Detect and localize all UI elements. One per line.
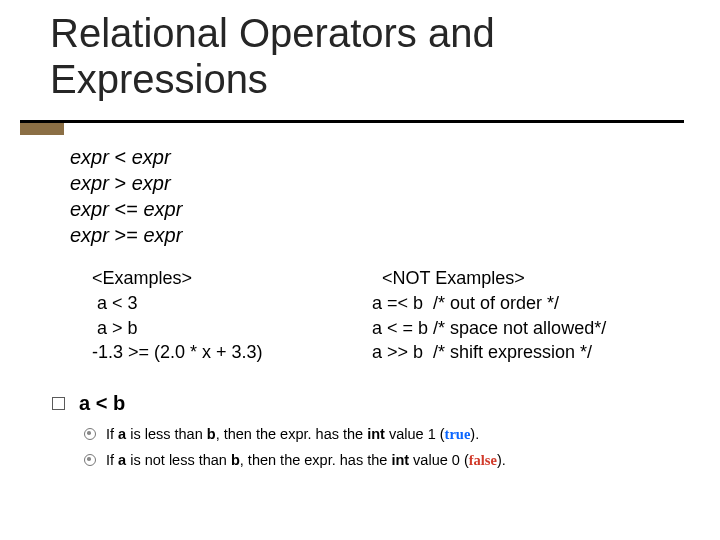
op-symbol-gt: > [114,172,126,194]
examples-good: <Examples> a < 3 a > b -1.3 >= (2.0 * x … [92,266,352,365]
var-a: a [118,452,126,468]
title-underline [20,120,684,123]
kw-int: int [391,452,409,468]
var-a: a [118,426,126,442]
examples-bad: <NOT Examples> a =< b /* out of order */… [372,266,672,365]
t: If [106,452,118,468]
op-lhs: expr [70,146,109,168]
op-lhs: expr [70,172,109,194]
t: , then the expr. has the [216,426,368,442]
t: ). [470,426,479,442]
example-line: -1.3 >= (2.0 * x + 3.3) [92,340,352,365]
t: value 0 ( [409,452,469,468]
circle-bullet-icon [84,428,96,440]
op-symbol-lt: < [114,146,126,168]
t: , then the expr. has the [240,452,392,468]
op-ge: expr >= expr [70,222,182,248]
a-less-b-false-line: If a is not less than b, then the expr. … [84,447,680,473]
circle-bullet-icon [84,454,96,466]
op-rhs: expr [143,198,182,220]
examples-bad-title: <NOT Examples> [372,266,672,291]
a-less-b-true-line: If a is less than b, then the expr. has … [84,421,680,447]
op-lhs: expr [70,198,109,220]
op-symbol-ge: >= [114,224,137,246]
examples-block: <Examples> a < 3 a > b -1.3 >= (2.0 * x … [92,266,672,365]
t: is less than [126,426,207,442]
examples-good-title: <Examples> [92,266,352,291]
op-rhs: expr [132,172,171,194]
not-example-line: a < = b /* space not allowed*/ [372,316,672,341]
op-lhs: expr [70,224,109,246]
op-gt: expr > expr [70,170,182,196]
example-line: a < 3 [92,291,352,316]
var-b: b [207,426,216,442]
var-b: b [231,452,240,468]
a-less-b-text: a < b [79,392,125,415]
op-le: expr <= expr [70,196,182,222]
text: If a is less than b, then the expr. has … [106,421,479,447]
slide-title: Relational Operators and Expressions [50,10,680,102]
not-example-line: a >> b /* shift expression */ [372,340,672,365]
example-line: a > b [92,316,352,341]
t: is not less than [126,452,231,468]
not-example-line: a =< b /* out of order */ [372,291,672,316]
kw-false: false [469,452,497,468]
title-accent-block [20,123,64,135]
op-rhs: expr [143,224,182,246]
a-less-b-block: a < b If a is less than b, then the expr… [52,392,680,473]
kw-int: int [367,426,385,442]
text: If a is not less than b, then the expr. … [106,447,506,473]
t: value 1 ( [385,426,445,442]
op-symbol-le: <= [114,198,137,220]
t: ). [497,452,506,468]
t: If [106,426,118,442]
square-bullet-icon [52,397,65,410]
kw-true: true [445,426,471,442]
op-lt: expr < expr [70,144,182,170]
a-less-b-header: a < b [52,392,680,415]
operator-forms: expr < expr expr > expr expr <= expr exp… [70,144,182,248]
op-rhs: expr [132,146,171,168]
